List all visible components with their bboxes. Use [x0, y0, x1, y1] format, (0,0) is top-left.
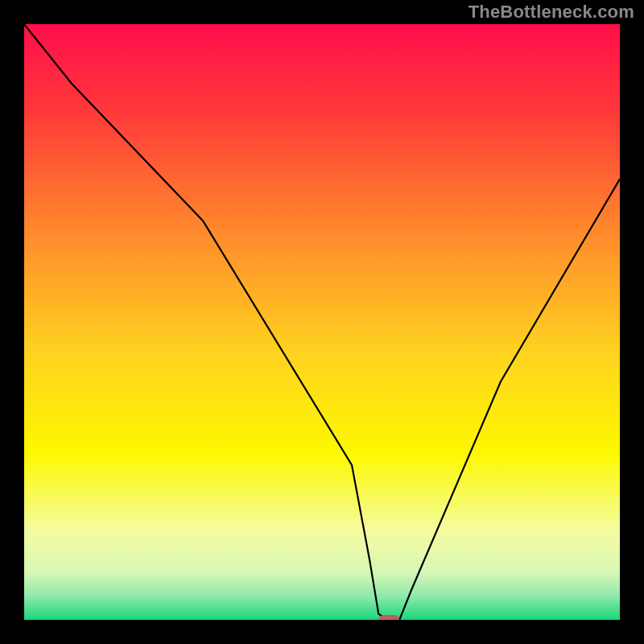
chart-frame: TheBottleneck.com — [0, 0, 644, 644]
heatmap-background — [24, 24, 620, 620]
watermark: TheBottleneck.com — [469, 2, 634, 23]
optimal-marker — [378, 615, 399, 620]
bottleneck-chart — [24, 24, 620, 620]
